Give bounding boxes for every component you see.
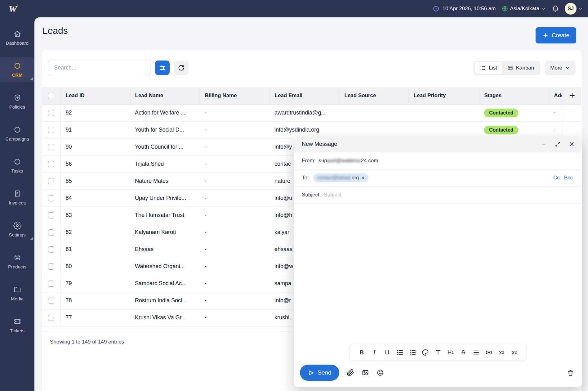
cell-add: - bbox=[549, 121, 562, 138]
align-justify-icon bbox=[472, 348, 480, 357]
sidebar-item-campaigns[interactable]: Campaigns bbox=[0, 121, 34, 146]
emoji-smile-icon bbox=[376, 369, 384, 376]
sidebar-item-crm[interactable]: CRM bbox=[0, 57, 34, 82]
row-checkbox[interactable] bbox=[48, 161, 54, 167]
refresh-button[interactable] bbox=[174, 61, 189, 75]
sidebar-item-dashboard[interactable]: Dashboard bbox=[0, 25, 34, 50]
more-button[interactable]: More bbox=[545, 61, 576, 75]
timezone-selector[interactable]: Asia/Kolkata bbox=[501, 5, 546, 12]
row-checkbox[interactable] bbox=[48, 195, 54, 201]
home-icon bbox=[13, 30, 21, 38]
cell-name: Watershed Organi... bbox=[130, 258, 200, 275]
cell-add: - bbox=[549, 104, 562, 121]
row-checkbox[interactable] bbox=[48, 178, 54, 184]
cell-email: info@ysdindia.org bbox=[270, 121, 339, 138]
insert-image-button[interactable] bbox=[362, 369, 369, 376]
cell-filler bbox=[562, 121, 581, 138]
cell-billing: - bbox=[200, 241, 270, 258]
close-button[interactable] bbox=[569, 141, 575, 147]
send-label: Send bbox=[318, 369, 331, 376]
row-checkbox[interactable] bbox=[48, 212, 54, 218]
remove-recipient-icon[interactable]: ✕ bbox=[361, 176, 365, 180]
select-all-checkbox-cell bbox=[42, 87, 60, 104]
subscript-button[interactable]: x2 bbox=[509, 347, 519, 358]
view-list-button[interactable]: List bbox=[475, 62, 502, 74]
sidebar-item-products[interactable]: Products bbox=[0, 249, 34, 273]
add-column-button[interactable] bbox=[565, 88, 579, 103]
row-checkbox-cell bbox=[42, 104, 60, 121]
cell-name: Nature Mates bbox=[130, 173, 200, 190]
avatar: SJ bbox=[565, 3, 577, 15]
row-checkbox[interactable] bbox=[48, 298, 54, 304]
cell-source bbox=[339, 121, 408, 138]
row-checkbox-cell bbox=[42, 207, 60, 224]
sidebar-item-media[interactable]: Media bbox=[0, 281, 34, 305]
attach-file-button[interactable] bbox=[347, 369, 354, 376]
sidebar-item-tickets[interactable]: Tickets bbox=[0, 313, 34, 337]
heading-1-button[interactable]: H1 bbox=[446, 347, 456, 358]
view-kanban-button[interactable]: Kanban bbox=[502, 62, 539, 74]
create-button[interactable]: Create bbox=[536, 27, 576, 43]
compose-body-editor[interactable]: BIUH1Sx2x2 bbox=[294, 204, 582, 361]
cell-name: Youth Council for ... bbox=[130, 138, 200, 155]
sidebar-item-policies[interactable]: Policies bbox=[0, 89, 34, 114]
row-checkbox[interactable] bbox=[48, 246, 54, 253]
submenu-corner-icon bbox=[30, 77, 33, 80]
cell-filler bbox=[562, 104, 581, 121]
row-checkbox[interactable] bbox=[48, 110, 54, 116]
notifications-button[interactable] bbox=[552, 5, 559, 12]
row-checkbox[interactable] bbox=[48, 281, 54, 287]
chevron-down-icon bbox=[541, 6, 546, 11]
search-input[interactable] bbox=[48, 60, 150, 76]
refresh-icon bbox=[178, 64, 185, 71]
sidebar-item-invoices[interactable]: ₹Invoices bbox=[0, 185, 34, 209]
subscript-icon: x2 bbox=[512, 349, 517, 356]
select-all-checkbox[interactable] bbox=[48, 93, 54, 99]
row-checkbox[interactable] bbox=[48, 127, 54, 133]
underline-button[interactable]: U bbox=[382, 347, 392, 358]
user-menu[interactable]: SJ bbox=[565, 3, 583, 15]
table-row[interactable]: 91Youth for Social D...-info@ysdindia.or… bbox=[42, 121, 581, 138]
superscript-button[interactable]: x2 bbox=[497, 347, 507, 358]
bullet-list-button[interactable] bbox=[395, 347, 405, 358]
cc-link[interactable]: Cc bbox=[553, 175, 560, 181]
subject-input[interactable] bbox=[324, 192, 573, 198]
row-checkbox[interactable] bbox=[48, 315, 54, 321]
expand-button[interactable] bbox=[555, 141, 561, 147]
cell-id: 91 bbox=[60, 121, 130, 138]
bold-button[interactable]: B bbox=[357, 347, 367, 358]
submenu-corner-icon bbox=[30, 237, 33, 240]
row-checkbox[interactable] bbox=[48, 263, 54, 270]
sidebar-item-label: Policies bbox=[9, 104, 25, 110]
table-toolbar: List Kanban More bbox=[42, 50, 582, 87]
to-label: To: bbox=[302, 175, 309, 181]
bcc-link[interactable]: Bcc bbox=[564, 175, 573, 181]
row-checkbox[interactable] bbox=[48, 144, 54, 150]
underline-icon: U bbox=[385, 349, 389, 356]
align-justify-button[interactable] bbox=[471, 347, 481, 358]
link-button[interactable] bbox=[484, 347, 494, 358]
sidebar-item-tasks[interactable]: Tasks bbox=[0, 153, 34, 178]
cell-billing: - bbox=[200, 155, 270, 173]
insert-emoji-button[interactable] bbox=[376, 369, 384, 376]
ordered-list-button[interactable] bbox=[408, 347, 418, 358]
color-palette-button[interactable] bbox=[420, 347, 430, 358]
stage-badge: Contacted bbox=[484, 109, 518, 117]
cell-id: 78 bbox=[60, 292, 130, 309]
table-row[interactable]: 92Action for Welfare ...-awardtrustindia… bbox=[42, 104, 581, 121]
text-style-button[interactable] bbox=[433, 347, 443, 358]
recipient-chip[interactable]: contact@tahad.org ✕ bbox=[313, 173, 368, 182]
send-button[interactable]: Send bbox=[300, 365, 339, 381]
topbar: W 10 Apr 2026, 10:56 am Asia/Kolkata bbox=[0, 0, 588, 17]
cell-priority bbox=[408, 104, 479, 121]
svg-text:₹: ₹ bbox=[16, 191, 18, 195]
datetime-display: 10 Apr 2026, 10:56 am bbox=[433, 5, 496, 12]
minimize-button[interactable] bbox=[541, 141, 547, 147]
row-checkbox[interactable] bbox=[48, 229, 54, 236]
sidebar-item-settings[interactable]: Settings bbox=[0, 217, 34, 241]
discard-draft-button[interactable] bbox=[567, 369, 574, 376]
cell-id: 86 bbox=[60, 155, 130, 173]
italic-button[interactable]: I bbox=[369, 347, 380, 358]
filter-button[interactable] bbox=[155, 61, 170, 75]
strikethrough-button[interactable]: S bbox=[458, 347, 469, 358]
